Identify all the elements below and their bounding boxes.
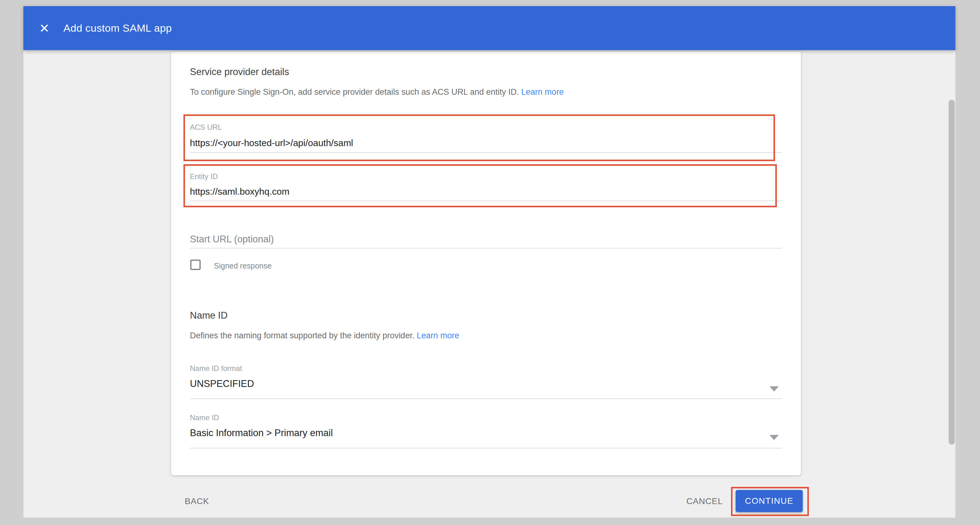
acs-url-label: ACS URL xyxy=(190,123,222,132)
name-id-underline xyxy=(190,448,782,449)
entity-id-underline xyxy=(190,200,782,201)
entity-id-field[interactable]: https://saml.boxyhq.com xyxy=(190,186,290,197)
name-id-format-underline xyxy=(190,398,782,399)
back-button[interactable]: BACK xyxy=(185,496,209,506)
scrollbar-thumb[interactable] xyxy=(948,100,955,445)
dialog-header: ✕ Add custom SAML app xyxy=(23,6,955,50)
learn-more-link-name-id[interactable]: Learn more xyxy=(417,331,459,340)
close-icon[interactable]: ✕ xyxy=(38,22,51,35)
dialog-window: ✕ Add custom SAML app Service provider d… xyxy=(23,6,955,518)
start-url-underline xyxy=(190,248,782,249)
name-id-heading: Name ID xyxy=(190,310,228,321)
acs-url-underline xyxy=(190,152,782,153)
signed-response-label: Signed response xyxy=(214,262,272,270)
arrow-drop-down-icon[interactable] xyxy=(770,435,779,440)
cancel-button[interactable]: CANCEL xyxy=(686,496,723,506)
form-card: Service provider details To configure Si… xyxy=(171,52,801,475)
dialog-title: Add custom SAML app xyxy=(64,22,172,34)
continue-button[interactable]: CONTINUE xyxy=(736,490,803,512)
name-id-format-select[interactable]: UNSPECIFIED xyxy=(190,378,254,389)
name-id-select[interactable]: Basic Information > Primary email xyxy=(190,428,333,439)
entity-id-label: Entity ID xyxy=(190,172,218,181)
service-provider-heading: Service provider details xyxy=(190,67,289,78)
arrow-drop-down-icon[interactable] xyxy=(770,386,779,392)
acs-url-field[interactable]: https://<your-hosted-url>/api/oauth/saml xyxy=(190,138,353,148)
service-provider-description-text: To configure Single Sign-On, add service… xyxy=(190,87,519,97)
name-id-description: Defines the naming format supported by t… xyxy=(190,331,459,341)
name-id-description-text: Defines the naming format supported by t… xyxy=(190,331,414,340)
signed-response-checkbox[interactable] xyxy=(190,260,200,270)
service-provider-description: To configure Single Sign-On, add service… xyxy=(190,87,564,97)
name-id-select-label: Name ID xyxy=(190,413,219,422)
start-url-field[interactable]: Start URL (optional) xyxy=(190,234,274,245)
name-id-format-label: Name ID format xyxy=(190,364,242,373)
learn-more-link-service-provider[interactable]: Learn more xyxy=(522,87,564,97)
